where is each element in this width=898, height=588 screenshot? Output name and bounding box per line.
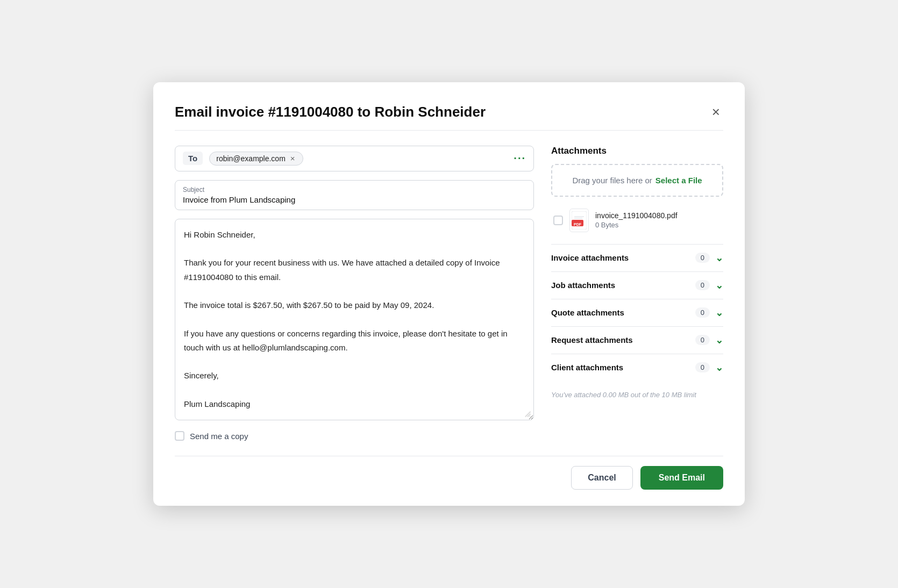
recipient-tag: robin@example.com × [209, 152, 303, 166]
attachment-section-label-4: Client attachments [551, 363, 623, 372]
copy-label: Send me a copy [190, 432, 248, 441]
cancel-button[interactable]: Cancel [571, 466, 632, 490]
attachments-title: Attachments [551, 146, 723, 156]
attachment-section-2[interactable]: Quote attachments 0 ⌄ [551, 299, 723, 326]
count-badge-0: 0 [695, 253, 710, 263]
attachment-section-label-3: Request attachments [551, 335, 633, 345]
modal-header: Email invoice #1191004080 to Robin Schne… [175, 104, 723, 131]
subject-label: Subject [183, 186, 526, 193]
file-size: 0 Bytes [595, 221, 678, 229]
close-button[interactable]: × [709, 104, 723, 120]
more-options-button[interactable]: ··· [514, 152, 526, 164]
to-field: To robin@example.com × ··· [175, 146, 534, 171]
copy-row: Send me a copy [175, 431, 534, 441]
email-body-text: Hi Robin Schneider, Thank you for your r… [184, 228, 525, 411]
right-column: Attachments Drag your files here or Sele… [551, 146, 723, 441]
count-badge-2: 0 [695, 307, 710, 318]
attachment-section-right-0: 0 ⌄ [695, 252, 723, 264]
attachment-section-right-3: 0 ⌄ [695, 334, 723, 346]
resize-handle-icon[interactable] [524, 410, 531, 418]
attachment-section-label-2: Quote attachments [551, 308, 624, 317]
chevron-down-icon-1: ⌄ [715, 279, 723, 291]
modal-title: Email invoice #1191004080 to Robin Schne… [175, 104, 486, 120]
chevron-down-icon-4: ⌄ [715, 362, 723, 374]
svg-text:PDF: PDF [574, 223, 582, 226]
pdf-icon: PDF [569, 209, 589, 232]
chevron-down-icon-2: ⌄ [715, 307, 723, 319]
to-label: To [183, 152, 203, 165]
attachment-section-right-1: 0 ⌄ [695, 279, 723, 291]
svg-line-1 [528, 414, 531, 417]
recipient-email: robin@example.com [216, 154, 286, 163]
send-email-button[interactable]: Send Email [640, 466, 723, 490]
pdf-file-icon: PDF [572, 211, 587, 230]
attachment-section-0[interactable]: Invoice attachments 0 ⌄ [551, 244, 723, 271]
file-info: invoice_1191004080.pdf 0 Bytes [595, 211, 678, 229]
count-badge-4: 0 [695, 362, 710, 372]
subject-field: Subject Invoice from Plum Landscaping [175, 180, 534, 210]
attachment-section-4[interactable]: Client attachments 0 ⌄ [551, 354, 723, 381]
left-column: To robin@example.com × ··· Subject Invoi… [175, 146, 534, 441]
attachment-sections: Invoice attachments 0 ⌄ Job attachments … [551, 244, 723, 381]
subject-value: Invoice from Plum Landscaping [183, 195, 526, 204]
attachment-section-label-0: Invoice attachments [551, 253, 629, 262]
attachment-section-right-4: 0 ⌄ [695, 362, 723, 374]
attachment-section-label-1: Job attachments [551, 281, 615, 290]
chevron-down-icon-0: ⌄ [715, 252, 723, 264]
file-name: invoice_1191004080.pdf [595, 211, 678, 220]
attached-file-row: PDF invoice_1191004080.pdf 0 Bytes [551, 204, 723, 236]
count-badge-1: 0 [695, 280, 710, 290]
remove-recipient-button[interactable]: × [289, 154, 296, 162]
svg-line-2 [530, 416, 530, 417]
copy-checkbox[interactable] [175, 431, 184, 441]
email-body-field[interactable]: Hi Robin Schneider, Thank you for your r… [175, 219, 534, 420]
svg-line-0 [525, 412, 531, 417]
attachment-section-right-2: 0 ⌄ [695, 307, 723, 319]
chevron-down-icon-3: ⌄ [715, 334, 723, 346]
modal-body: To robin@example.com × ··· Subject Invoi… [175, 146, 723, 441]
storage-note: You've attached 0.00 MB out of the 10 MB… [551, 389, 723, 399]
select-file-link[interactable]: Select a File [655, 176, 702, 185]
count-badge-3: 0 [695, 335, 710, 345]
file-drop-zone[interactable]: Drag your files here or Select a File [551, 164, 723, 197]
attachment-section-3[interactable]: Request attachments 0 ⌄ [551, 326, 723, 354]
modal-footer: Cancel Send Email [175, 456, 723, 490]
drop-zone-text: Drag your files here or [572, 176, 652, 185]
email-modal: Email invoice #1191004080 to Robin Schne… [153, 82, 745, 506]
attachment-section-1[interactable]: Job attachments 0 ⌄ [551, 271, 723, 299]
file-checkbox[interactable] [553, 216, 563, 225]
